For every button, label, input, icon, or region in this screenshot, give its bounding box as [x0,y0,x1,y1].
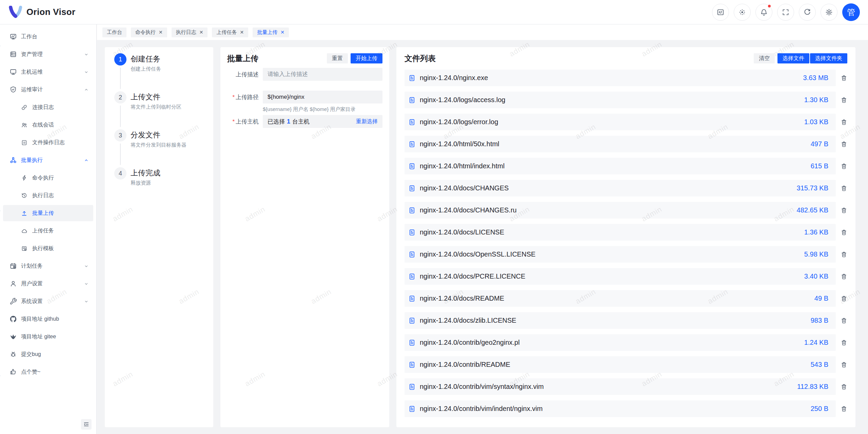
clear-files-button[interactable]: 清空 [754,53,775,63]
delete-file-button[interactable] [841,251,847,258]
sidebar-item-sessions[interactable]: 在线会话 [3,117,93,133]
sidebar-item-label: 系统设置 [21,298,83,305]
sidebar-item-label: 在线会话 [32,121,89,129]
sidebar-item-command[interactable]: 命令执行 [3,170,93,186]
select-file-button[interactable]: 选择文件 [777,53,809,63]
step-title: 上传完成 [131,169,160,177]
sidebar-collapse-button[interactable] [81,419,92,430]
tab-chip[interactable]: 命令执行✕ [131,27,167,37]
settings-button[interactable] [821,4,837,21]
delete-file-button[interactable] [841,361,847,369]
sidebar-item-upload-task[interactable]: 上传任务 [3,223,93,239]
sidebar-item-user[interactable]: 用户设置 [3,276,93,292]
tab-chip[interactable]: 工作台 [102,27,126,37]
tab-close-icon[interactable]: ✕ [280,30,284,35]
sidebar-item-assets[interactable]: 资产管理 [3,46,93,62]
refresh-button[interactable] [799,4,816,21]
delete-file-button[interactable] [841,273,847,280]
reset-button[interactable]: 重置 [327,53,348,63]
user-avatar[interactable]: 管 [842,3,860,21]
delete-file-button[interactable] [841,163,847,170]
delete-file-button[interactable] [841,96,847,104]
file-row-body: nginx-1.24.0/logs/error.log1.03 KB [405,114,836,130]
sidebar-item-label: 提交bug [21,351,89,358]
upload-path-helper: ${username} 用户名 ${home} 用户家目录 [263,106,382,113]
upload-icon [21,210,27,216]
upload-desc-input[interactable] [263,68,382,81]
delete-file-button[interactable] [841,317,847,324]
sidebar-item-dashboard[interactable]: 工作台 [3,29,93,45]
upload-path-row: *上传路径 [227,91,382,103]
file-doc-icon [409,228,415,237]
file-row: nginx-1.24.0/contrib/vim/syntax/nginx.vi… [405,378,847,395]
delete-file-button[interactable] [841,118,847,126]
tab-strip: 工作台命令执行✕执行日志✕上传任务✕批量上传✕ [97,24,868,40]
delete-file-button[interactable] [841,339,847,346]
notifications-button[interactable] [755,4,772,21]
sidebar-item-link[interactable]: 连接日志 [3,99,93,115]
step-number: 1 [114,53,126,65]
sidebar-item-upload[interactable]: 批量上传 [3,205,93,221]
theme-button[interactable] [734,4,751,21]
chevron-up-icon [83,157,89,163]
upload-path-input[interactable] [263,91,382,103]
step-description: 将文件分发到目标服务器 [131,142,186,148]
sidebar-item-schedule[interactable]: 计划任务 [3,258,93,274]
refresh-icon [803,8,811,16]
file-size: 1.24 KB [804,339,828,346]
selected-hosts-field[interactable]: 已选择 1 台主机 重新选择 [263,115,382,128]
file-size: 112.83 KB [797,383,828,391]
file-size: 3.63 MB [803,74,828,82]
file-row: nginx-1.24.0/html/index.html615 B [405,158,847,174]
sidebar-item-label: 批量上传 [32,210,89,217]
tab-chip[interactable]: 批量上传✕ [253,27,289,37]
delete-file-button[interactable] [841,295,847,302]
sidebar-item-batch-exec[interactable]: 批量执行 [3,152,93,168]
delete-file-button[interactable] [841,207,847,214]
sidebar-item-host[interactable]: 主机运维 [3,64,93,80]
tab-chip[interactable]: 执行日志✕ [172,27,208,37]
sidebar-item-exec-log[interactable]: 执行日志 [3,187,93,204]
sidebar-item-label: 工作台 [21,33,89,40]
chevron-up-icon [83,87,89,93]
file-row: nginx-1.24.0/docs/LICENSE1.36 KB [405,224,847,241]
delete-file-button[interactable] [841,229,847,236]
sidebar-item-file-log[interactable]: 文件操作日志 [3,134,93,151]
step-number: 4 [114,167,126,180]
required-mark: * [232,94,235,100]
tab-label: 上传任务 [216,29,237,36]
sidebar-item-bug[interactable]: 提交bug [3,346,93,362]
tab-close-icon[interactable]: ✕ [240,30,244,35]
delete-file-button[interactable] [841,405,847,413]
file-size: 1.30 KB [804,96,828,104]
delete-file-button[interactable] [841,140,847,148]
upload-host-label: *上传主机 [227,118,263,126]
tab-close-icon[interactable]: ✕ [159,30,163,35]
sidebar-item-audit[interactable]: 运维审计 [3,81,93,98]
upload-host-row: *上传主机 已选择 1 台主机 重新选择 [227,115,382,128]
delete-file-button[interactable] [841,74,847,82]
sidebar-item-like[interactable]: 点个赞~ [3,364,93,380]
upload-form-buttons: 重置 开始上传 [327,53,382,63]
app-title: Orion Visor [26,7,75,17]
fullscreen-button[interactable] [777,4,794,21]
sidebar-item-gitee[interactable]: 项目地址 gitee [3,328,93,345]
ide-button[interactable] [712,4,729,21]
reselect-hosts-link[interactable]: 重新选择 [356,118,378,125]
select-folder-button[interactable]: 选择文件夹 [810,53,847,63]
step-description: 创建上传任务 [131,66,161,72]
step-item: 3分发文件将文件分发到目标服务器 [114,129,205,167]
selected-hosts-suffix: 台主机 [292,118,310,126]
delete-file-button[interactable] [841,185,847,192]
sidebar-item-template[interactable]: 执行模板 [3,240,93,257]
tab-chip[interactable]: 上传任务✕ [212,27,248,37]
file-doc-icon [409,405,415,413]
file-row-body: nginx-1.24.0/contrib/vim/syntax/nginx.vi… [405,378,836,395]
sidebar-item-system[interactable]: 系统设置 [3,293,93,309]
sidebar-item-github[interactable]: 项目地址 github [3,311,93,327]
tab-close-icon[interactable]: ✕ [199,30,203,35]
file-doc-icon [409,96,415,104]
start-upload-button[interactable]: 开始上传 [351,53,382,63]
delete-file-button[interactable] [841,383,847,391]
file-name: nginx-1.24.0/docs/LICENSE [420,228,797,236]
